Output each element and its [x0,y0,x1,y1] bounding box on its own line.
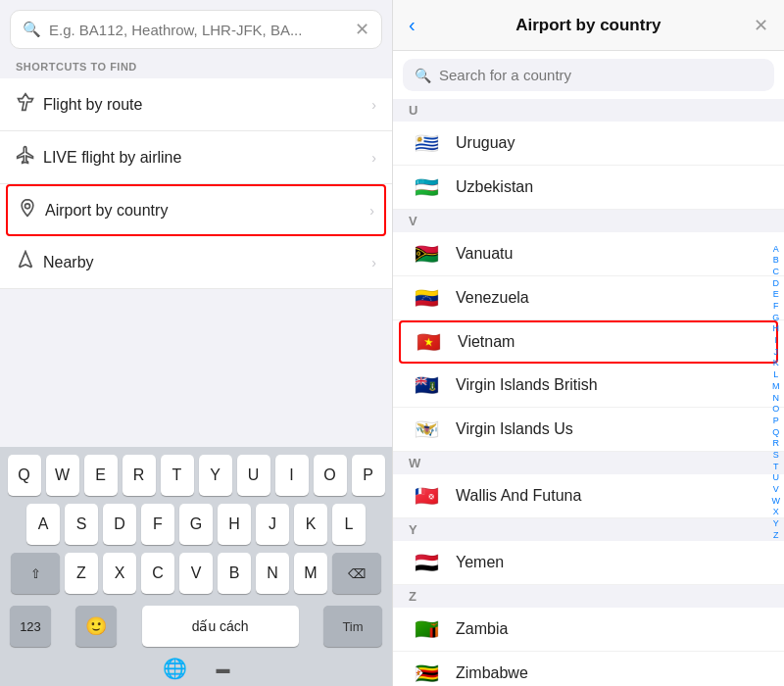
alpha-n[interactable]: N [771,393,782,405]
alpha-l[interactable]: L [771,369,780,381]
search-bar[interactable]: 🔍 ✕ [10,10,382,49]
flag-vietnam: 🇻🇳 [411,330,446,354]
menu-list: Flight by route › LIVE flight by airline… [0,78,392,289]
mic-icon: ▬ [217,661,230,676]
flag-venezuela: 🇻🇪 [409,286,444,310]
alpha-p[interactable]: P [771,416,781,427]
key-s[interactable]: S [65,504,98,545]
flag-viu: 🇻🇮 [409,417,444,441]
key-p[interactable]: P [352,455,385,496]
search-input[interactable] [49,22,347,38]
alpha-d[interactable]: D [771,278,782,290]
menu-item-flight-route[interactable]: Flight by route › [0,78,392,131]
key-n[interactable]: N [256,553,289,594]
alpha-u[interactable]: U [771,472,782,484]
country-item-wallis[interactable]: 🇼🇫 Wallis And Futuna [393,474,784,518]
alpha-a[interactable]: A [771,244,781,256]
key-w[interactable]: W [46,455,79,496]
country-item-uruguay[interactable]: 🇺🇾 Uruguay [393,122,784,166]
alpha-h[interactable]: H [771,323,782,335]
key-z[interactable]: Z [65,553,98,594]
alpha-c[interactable]: C [771,267,782,278]
country-name-viu: Virgin Islands Us [456,420,768,438]
alpha-e[interactable]: E [771,289,781,301]
key-emoji[interactable]: 🙂 [75,606,117,647]
country-name-venezuela: Venezuela [456,289,768,307]
alpha-q[interactable]: Q [770,427,781,439]
alpha-t[interactable]: T [771,462,781,473]
key-r[interactable]: R [122,455,156,496]
back-icon[interactable]: ‹ [409,14,416,36]
alpha-s[interactable]: S [771,450,781,462]
alpha-m[interactable]: M [770,381,782,393]
key-g[interactable]: G [179,504,213,545]
key-backspace[interactable]: ⌫ [332,553,381,594]
right-close-button[interactable]: ✕ [754,15,768,36]
key-m[interactable]: M [294,553,327,594]
country-search-input[interactable] [439,67,762,83]
country-item-vib[interactable]: 🇻🇬 Virgin Islands British [393,364,784,408]
key-d[interactable]: D [103,504,136,545]
key-v[interactable]: V [179,553,213,594]
alpha-o[interactable]: O [770,404,781,416]
key-l[interactable]: L [332,504,366,545]
menu-item-airport-country[interactable]: Airport by country › [6,184,386,236]
menu-item-live-flight[interactable]: LIVE flight by airline › [0,131,392,184]
close-icon[interactable]: ✕ [355,19,369,40]
alpha-index: A B C D E F G H I J K L M N O P Q R S T … [770,99,783,686]
country-item-vietnam[interactable]: 🇻🇳 Vietnam [399,320,778,364]
alpha-f[interactable]: F [771,301,781,313]
key-b[interactable]: B [218,553,251,594]
key-a[interactable]: A [26,504,60,545]
alpha-y[interactable]: Y [771,518,781,530]
country-item-uzbekistan[interactable]: 🇺🇿 Uzbekistan [393,166,784,210]
key-h[interactable]: H [218,504,251,545]
key-action[interactable]: Tim [323,606,382,647]
flag-wallis: 🇼🇫 [409,484,444,508]
alpha-w[interactable]: W [770,496,783,508]
globe-icon[interactable]: 🌐 [163,657,187,680]
key-i[interactable]: I [275,455,309,496]
key-k[interactable]: K [294,504,327,545]
key-x[interactable]: X [103,553,136,594]
key-t[interactable]: T [161,455,194,496]
alpha-k[interactable]: K [771,358,781,369]
alpha-j[interactable]: J [772,347,781,359]
menu-item-nearby[interactable]: Nearby › [0,236,392,289]
country-item-zimbabwe[interactable]: 🇿🇼 Zimbabwe [393,652,784,686]
country-item-venezuela[interactable]: 🇻🇪 Venezuela [393,276,784,320]
key-space[interactable]: dấu cách [142,606,299,647]
airport-country-icon [18,198,45,222]
country-name-zimbabwe: Zimbabwe [456,664,768,682]
key-o[interactable]: O [314,455,347,496]
key-f[interactable]: F [141,504,174,545]
search-icon: 🔍 [415,68,431,83]
country-item-yemen[interactable]: 🇾🇪 Yemen [393,541,784,585]
right-search-bar[interactable]: 🔍 [403,59,774,91]
country-item-vanuatu[interactable]: 🇻🇺 Vanuatu [393,232,784,276]
right-panel: ‹ Airport by country ✕ 🔍 U 🇺🇾 Uruguay 🇺🇿… [392,0,784,686]
chevron-right-icon: › [371,150,376,166]
key-u[interactable]: U [237,455,270,496]
country-name-uzbekistan: Uzbekistan [456,178,768,196]
key-e[interactable]: E [84,455,118,496]
country-item-zambia[interactable]: 🇿🇲 Zambia [393,608,784,652]
alpha-x[interactable]: X [771,507,781,518]
section-header-y: Y [393,518,784,541]
country-name-vietnam: Vietnam [458,333,766,351]
key-c[interactable]: C [141,553,174,594]
key-y[interactable]: Y [199,455,232,496]
alpha-g[interactable]: G [770,313,781,324]
alpha-i[interactable]: I [772,335,779,347]
alpha-r[interactable]: R [771,438,782,450]
key-j[interactable]: J [256,504,289,545]
alpha-b[interactable]: B [771,255,781,267]
country-item-viu[interactable]: 🇻🇮 Virgin Islands Us [393,408,784,452]
key-shift[interactable]: ⇧ [11,553,60,594]
alpha-v[interactable]: V [771,484,781,496]
country-name-yemen: Yemen [456,554,768,571]
key-q[interactable]: Q [8,455,41,496]
alpha-z[interactable]: Z [771,530,781,542]
nearby-label: Nearby [43,254,371,271]
key-123[interactable]: 123 [10,606,51,647]
